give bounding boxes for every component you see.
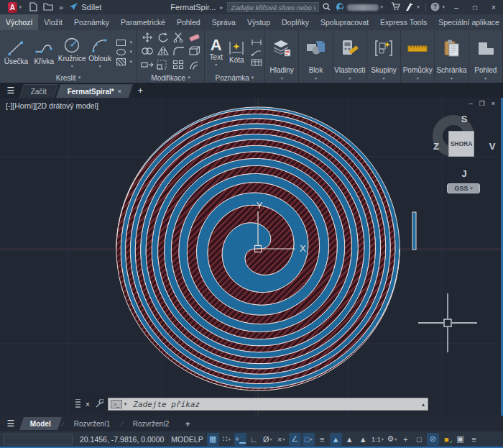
- app-menu-caret-icon[interactable]: ▾: [19, 4, 22, 10]
- ribbon-tab-11[interactable]: Speciální aplikace: [433, 14, 503, 30]
- app-logo-icon[interactable]: A: [8, 2, 17, 13]
- polar-tracking-icon[interactable]: Ø▾: [262, 433, 274, 446]
- drawing-canvas[interactable]: YX [-][Horní][2D drátový model] – ❐ × S …: [0, 98, 503, 416]
- help-search-input[interactable]: [228, 4, 318, 12]
- maximize-button[interactable]: □: [466, 4, 484, 12]
- text-button[interactable]: A Text ▾: [207, 37, 226, 67]
- ellipse-tool[interactable]: ▾: [116, 49, 134, 55]
- hatch-tool[interactable]: ▾: [116, 58, 134, 65]
- command-history-icon[interactable]: ▴: [422, 401, 425, 408]
- linear-dimension-icon[interactable]: [251, 39, 262, 46]
- autodesk-menu-caret-icon[interactable]: ▾: [417, 4, 420, 10]
- new-layout-button[interactable]: +: [185, 419, 190, 429]
- ribbon-tab-6[interactable]: Správa: [206, 14, 241, 30]
- viewport-minimize-icon[interactable]: –: [469, 100, 473, 107]
- mirror-icon[interactable]: [156, 45, 170, 60]
- panel-schranka[interactable]: Schránka▾: [435, 30, 469, 83]
- panel-expand-caret-icon[interactable]: ▾: [382, 74, 384, 83]
- ortho-mode-icon[interactable]: ∟: [248, 433, 260, 446]
- ribbon-tab-3[interactable]: Poznámky: [68, 14, 115, 30]
- user-avatar-icon[interactable]: [336, 3, 343, 12]
- trim-icon[interactable]: [172, 32, 186, 46]
- new-file-icon[interactable]: [29, 2, 37, 13]
- panel-pohled[interactable]: Pohled▾: [469, 30, 503, 83]
- oblouk-button[interactable]: Oblouk▾: [86, 36, 114, 68]
- stretch-icon[interactable]: [140, 59, 154, 73]
- copy-icon[interactable]: [140, 45, 154, 60]
- ribbon-tab-4[interactable]: Parametrické: [115, 14, 171, 30]
- viewcube-top-face[interactable]: SHORA: [448, 131, 474, 157]
- erase-icon[interactable]: [188, 32, 202, 46]
- command-bar-grip[interactable]: [75, 399, 80, 409]
- layout-tab-layout1[interactable]: Rozvržení1: [63, 417, 121, 430]
- autodesk-logo-icon[interactable]: [406, 3, 415, 12]
- layout-tab-layout2[interactable]: Rozvržení2: [122, 417, 180, 430]
- new-drawing-tab-button[interactable]: +: [138, 83, 144, 98]
- leader-icon[interactable]: [251, 49, 262, 56]
- panel-expand-caret-icon[interactable]: ▾: [417, 74, 419, 83]
- annotation-monitor-icon[interactable]: ▲: [357, 433, 369, 446]
- snap-mode-icon[interactable]: ∷▾: [221, 433, 233, 446]
- panel-expand-caret-icon[interactable]: ▾: [281, 74, 283, 83]
- workspace-switch-icon[interactable]: ⚙▾: [386, 433, 398, 446]
- wcs-button[interactable]: GSS▾: [447, 183, 480, 193]
- minimize-button[interactable]: –: [447, 4, 466, 12]
- viewport-restore-icon[interactable]: ❐: [479, 100, 485, 107]
- draw-panel-label[interactable]: Kreslit▾: [0, 73, 137, 83]
- graphics-performance-icon[interactable]: ■✓: [440, 433, 453, 446]
- crosshair-plus-icon[interactable]: +: [400, 433, 412, 446]
- command-input-field[interactable]: >_ ▾ ▴: [108, 398, 428, 411]
- file-tab-start[interactable]: Začít: [19, 84, 58, 98]
- array-icon[interactable]: [172, 59, 186, 73]
- krivka-button[interactable]: Křivka: [30, 39, 58, 65]
- file-tab-fermatspiral[interactable]: FermatSpiral* ×: [56, 84, 133, 98]
- share-label[interactable]: Sdílet: [81, 3, 101, 12]
- modify-panel-label[interactable]: Modifikace▾: [137, 73, 204, 83]
- command-recent-caret-icon[interactable]: ▾: [124, 401, 127, 407]
- panel-expand-caret-icon[interactable]: ▾: [451, 74, 453, 83]
- annotate-panel-label[interactable]: Poznámka▾: [205, 73, 264, 83]
- dimension-button[interactable]: Kóta: [226, 40, 248, 64]
- ribbon-tab-7[interactable]: Výstup: [241, 14, 276, 30]
- panel-hladiny[interactable]: Hladiny▾: [265, 30, 299, 83]
- panel-expand-caret-icon[interactable]: ▾: [315, 74, 317, 83]
- open-folder-icon[interactable]: [43, 2, 53, 12]
- layout-tab-model[interactable]: Model: [19, 417, 62, 430]
- clean-screen-icon[interactable]: ▣: [454, 433, 466, 446]
- user-menu-caret-icon[interactable]: ▾: [381, 4, 384, 10]
- viewcube-east-label[interactable]: V: [489, 141, 496, 152]
- help-menu-caret-icon[interactable]: ▾: [442, 4, 445, 10]
- panel-expand-caret-icon[interactable]: ▾: [484, 74, 486, 83]
- offset-icon[interactable]: [188, 59, 202, 73]
- fillet-icon[interactable]: [172, 45, 186, 60]
- viewcube-south-label[interactable]: J: [461, 168, 466, 179]
- rectangle-tool[interactable]: ▾: [116, 40, 134, 46]
- lineweight-icon[interactable]: ≡: [316, 433, 328, 446]
- customization-icon[interactable]: ≡: [468, 433, 480, 446]
- help-search-box[interactable]: [227, 2, 319, 12]
- panel-vlastnosti[interactable]: Vlastnosti▾: [333, 30, 367, 83]
- close-button[interactable]: ×: [484, 4, 503, 12]
- grid-mode-icon[interactable]: ▦: [207, 433, 219, 446]
- panel-pomucky[interactable]: Pomůcky▾: [401, 30, 435, 83]
- search-icon[interactable]: [323, 3, 331, 12]
- rotate-icon[interactable]: [156, 32, 170, 46]
- ribbon-tab-8[interactable]: Doplňky: [276, 14, 315, 30]
- usecka-button[interactable]: Úsečka: [2, 39, 30, 65]
- file-tab-close-icon[interactable]: ×: [118, 88, 121, 95]
- ribbon-tab-1[interactable]: Výchozí: [0, 14, 38, 30]
- osnap-angle-icon[interactable]: ∠: [289, 433, 301, 446]
- model-space-toggle[interactable]: MODELP: [171, 435, 203, 444]
- help-icon[interactable]: ?: [430, 2, 440, 13]
- command-input[interactable]: [129, 400, 422, 409]
- hardware-acceleration-icon[interactable]: ⊘: [427, 433, 439, 446]
- viewcube-west-label[interactable]: Z: [433, 141, 439, 152]
- title-expand-icon[interactable]: ▸: [220, 4, 223, 11]
- store-cart-icon[interactable]: [391, 2, 400, 12]
- move-icon[interactable]: [140, 32, 154, 46]
- viewcube[interactable]: S Z V J SHORA: [430, 109, 499, 183]
- scale-icon[interactable]: [156, 59, 170, 73]
- quick-access-overflow-icon[interactable]: »: [59, 3, 63, 12]
- command-bar-close-icon[interactable]: ×: [86, 401, 90, 408]
- object-snap-tracking-icon[interactable]: ×▾: [275, 433, 287, 446]
